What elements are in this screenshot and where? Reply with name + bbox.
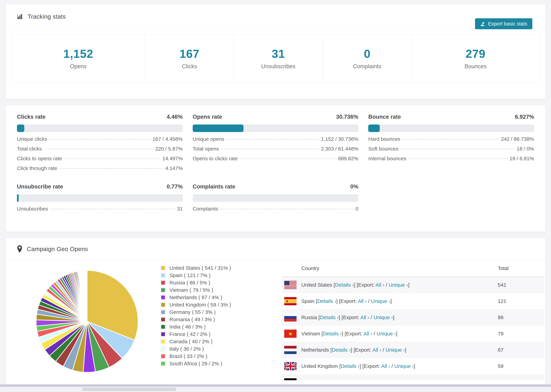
pie-slice[interactable]: [87, 270, 87, 321]
legend-swatch-icon: [161, 332, 166, 337]
export-basic-stats-button[interactable]: Export basic stats: [475, 18, 532, 29]
export-unique-link[interactable]: Unique ›: [371, 298, 390, 304]
legend-item[interactable]: India ( 46 / 3% ): [161, 323, 231, 330]
table-row-es: Spain [Details ›] [Export: All › / Uniqu…: [282, 293, 544, 309]
horizontal-scrollbar-thumb[interactable]: [82, 388, 176, 391]
stat-value: 0: [364, 47, 370, 60]
export-unique-link[interactable]: Unique ›: [389, 282, 408, 288]
stat-box-complaints: 0Complaints: [323, 35, 411, 82]
export-all-link[interactable]: All ›: [360, 315, 369, 320]
legend-item[interactable]: Netherlands ( 67 / 4% ): [161, 294, 231, 301]
rate-stat-value: 1,152 / 30.736%: [321, 136, 359, 142]
rate-stat-value: 31: [177, 206, 183, 212]
details-link[interactable]: Details ›: [332, 347, 351, 353]
total-column-header: Total: [498, 266, 544, 271]
legend-label: United Kingdom ( 59 / 3% ): [170, 302, 231, 308]
export-label: Export:: [343, 315, 360, 320]
rate-stat-label: Complaints: [193, 206, 218, 212]
legend-item[interactable]: United States ( 541 / 31% ): [161, 264, 231, 272]
table-row-gb: United Kingdom [Details ›] [Export: All …: [282, 358, 544, 374]
legend-item[interactable]: South Africa ( 29 / 2% ): [161, 360, 231, 367]
dotted-leader: [221, 149, 319, 149]
rate-value: 0%: [350, 183, 359, 190]
legend-swatch-icon: [161, 295, 166, 300]
export-unique-link[interactable]: Unique ›: [386, 347, 405, 353]
dotted-leader: [49, 139, 150, 140]
legend-label: Netherlands ( 67 / 4% ): [170, 294, 222, 300]
progress-bar-track: [193, 125, 359, 132]
export-label: Export:: [364, 363, 381, 369]
progress-bar-track: [193, 194, 359, 202]
legend-label: Spain ( 121 / 7% ): [170, 273, 211, 278]
stat-label: Clicks: [182, 63, 197, 70]
rate-value: 30.736%: [336, 113, 358, 120]
stat-box-unsubscribes: 31Unsubscribes: [234, 35, 323, 82]
rate-stat-row: Clicks to opens rate14.497%: [17, 156, 183, 165]
export-button-label: Export basic stats: [488, 21, 527, 27]
tracking-stats-title: Tracking stats: [28, 13, 66, 20]
rate-stat-row: Opens to clicks rate689.82%: [193, 156, 359, 165]
legend-swatch-icon: [161, 309, 166, 315]
rate-stat-value: 220 / 5.87%: [155, 146, 183, 152]
top-stats-panel: 1,152Opens167Clicks31Unsubscribes0Compla…: [11, 34, 540, 82]
export-all-link[interactable]: All ›: [381, 363, 390, 369]
legend-item[interactable]: Romania ( 49 / 3% ): [161, 316, 231, 323]
export-all-link[interactable]: All ›: [363, 331, 372, 336]
dotted-leader: [400, 149, 515, 149]
legend-swatch-icon: [161, 317, 166, 322]
details-link[interactable]: Details ›: [335, 282, 354, 288]
progress-bar-fill: [193, 125, 244, 132]
rate-stat-label: Hard bounces: [368, 136, 400, 142]
country-name: United States: [301, 282, 332, 288]
export-unique-link[interactable]: Unique ›: [395, 363, 414, 369]
flag-ru-icon: [284, 313, 297, 322]
legend-label: India ( 46 / 3% ): [170, 324, 206, 330]
details-link[interactable]: Details ›: [341, 363, 360, 369]
rate-stat-value: 14.497%: [162, 156, 183, 161]
rate-stat-label: Click through rate: [17, 165, 57, 171]
legend-swatch-icon: [161, 324, 166, 329]
geo-header: Campaign Geo Opens: [6, 238, 545, 260]
legend-item[interactable]: France ( 42 / 2% ): [161, 330, 231, 338]
rate-stat-value: 689.82%: [338, 156, 358, 161]
rate-title: Unsubscribe rate: [17, 183, 63, 190]
legend-item[interactable]: Vietnam ( 79 / 5% ): [161, 286, 231, 294]
rate-stat-value: 4.147%: [165, 165, 183, 171]
flag-us-icon: [284, 281, 297, 289]
geo-opens-pie-chart[interactable]: [32, 267, 142, 376]
legend-label: Germany ( 55 / 3% ): [170, 309, 216, 315]
legend-swatch-icon: [161, 280, 166, 285]
rate-stat-row: Internal bounces19 / 6.81%: [368, 156, 534, 165]
legend-label: United States ( 541 / 31% ): [170, 265, 231, 271]
rate-panel-clicks-rate: Clicks rate4.46%Unique clicks167 / 4.456…: [17, 111, 183, 175]
stat-box-bounces: 279Bounces: [411, 35, 539, 82]
export-all-link[interactable]: All ›: [372, 347, 381, 353]
rate-stat-row: Unique opens1,152 / 30.736%: [193, 136, 359, 146]
export-unique-link[interactable]: Unique ›: [374, 315, 393, 320]
legend-item[interactable]: Germany ( 55 / 3% ): [161, 308, 231, 316]
details-link[interactable]: Details ›: [317, 298, 336, 304]
country-total: 79: [498, 331, 544, 336]
rate-stat-label: Total clicks: [17, 146, 42, 152]
country-total: 59: [498, 363, 544, 369]
legend-item[interactable]: United Kingdom ( 59 / 3% ): [161, 301, 231, 308]
export-label: Export:: [358, 282, 376, 288]
details-link[interactable]: Details ›: [323, 331, 342, 336]
legend-item[interactable]: Canada ( 40 / 2% ): [161, 338, 231, 345]
stat-value: 31: [272, 47, 285, 60]
dotted-leader: [402, 139, 499, 140]
dotted-leader: [44, 149, 153, 149]
legend-item[interactable]: Spain ( 121 / 7% ): [161, 272, 231, 279]
export-all-link[interactable]: All ›: [358, 298, 367, 304]
country-total: 541: [498, 282, 544, 288]
legend-swatch-icon: [161, 354, 166, 359]
country-name: Spain: [301, 298, 315, 304]
export-all-link[interactable]: All ›: [376, 282, 384, 288]
legend-item[interactable]: Brazil ( 33 / 2% ): [161, 352, 231, 360]
details-link[interactable]: Details ›: [320, 315, 339, 320]
stat-label: Opens: [70, 63, 87, 70]
export-unique-link[interactable]: Unique ›: [377, 331, 396, 336]
legend-item[interactable]: Italy ( 36 / 2% ): [161, 345, 231, 352]
legend-item[interactable]: Russia ( 86 / 5% ): [161, 279, 231, 286]
bottom-clip-cover: [6, 380, 545, 385]
